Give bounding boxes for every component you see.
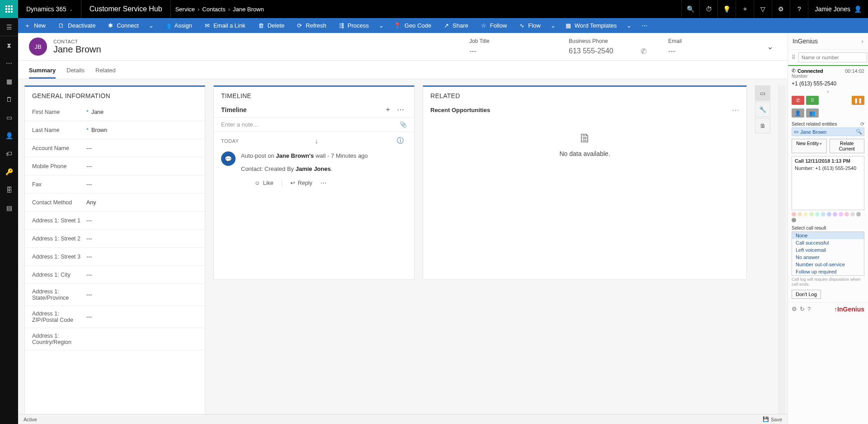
hold-button[interactable]: ❚❚	[852, 96, 864, 105]
history-icon[interactable]: ↻	[800, 306, 805, 312]
task-icon[interactable]: ⏱	[699, 0, 717, 18]
call-result-option[interactable]: None	[792, 232, 864, 239]
business-phone-value[interactable]: 613 555-2540	[569, 47, 613, 55]
field-value[interactable]: Any	[86, 199, 96, 206]
new-button[interactable]: ＋New	[18, 18, 52, 33]
new-entity-button[interactable]: New Entity▾	[792, 139, 827, 153]
hangup-button[interactable]: ✆	[792, 96, 804, 105]
chevron-down-icon[interactable]: ▾	[788, 90, 868, 94]
field-row[interactable]: Address 1: Street 1---	[25, 212, 205, 230]
email-value[interactable]: ---	[668, 47, 759, 55]
assistant-tab-icon[interactable]: ▭	[755, 85, 770, 101]
sort-down-icon[interactable]: ↓	[312, 137, 321, 145]
app-launcher-icon[interactable]	[0, 0, 18, 18]
brand-dropdown[interactable]: Dynamics 365 ⌄	[18, 0, 81, 18]
nav-activities-icon[interactable]: 🗒	[0, 90, 18, 108]
lightbulb-icon[interactable]: 💡	[717, 0, 736, 18]
attachment-icon[interactable]: 📎	[400, 121, 407, 128]
nav-knowledge-icon[interactable]: ▤	[0, 199, 18, 217]
gear-icon[interactable]: ⚙	[772, 0, 790, 18]
tab-details[interactable]: Details	[66, 64, 85, 79]
word-templates-button[interactable]: ▦Word Templates	[559, 18, 623, 33]
phone-icon[interactable]: ✆	[641, 47, 646, 56]
field-row[interactable]: Mobile Phone---	[25, 157, 205, 175]
nav-contacts-icon[interactable]: 👤	[0, 127, 18, 145]
info-icon[interactable]: ⓘ	[394, 137, 407, 145]
field-row[interactable]: Address 1: State/Province---	[25, 284, 205, 306]
breadcrumb-item[interactable]: Jane Brown	[233, 6, 264, 13]
related-entity-item[interactable]: ▭ Jane Brown 🔍	[792, 127, 864, 136]
tab-summary[interactable]: Summary	[29, 64, 56, 79]
flow-dropdown[interactable]: ⌄	[547, 22, 559, 29]
save-button[interactable]: 💾 Save	[763, 416, 782, 422]
field-row[interactable]: Fax---	[25, 175, 205, 193]
nav-dashboard-icon[interactable]: ▦	[0, 72, 18, 90]
tool-doc-icon[interactable]: 🗎	[755, 118, 770, 133]
flow-button[interactable]: ∿Flow	[513, 18, 547, 33]
panel-expand-icon[interactable]: ›	[861, 38, 863, 45]
field-row[interactable]: Contact MethodAny	[25, 193, 205, 212]
delete-button[interactable]: 🗑Delete	[252, 18, 291, 33]
field-row[interactable]: Last Name*Brown	[25, 121, 205, 139]
color-swatch[interactable]	[792, 218, 796, 222]
connect-button[interactable]: ✱Connect	[102, 18, 145, 33]
field-value[interactable]: ---	[86, 236, 92, 242]
field-row[interactable]: Account Name---	[25, 139, 205, 157]
geocode-button[interactable]: 📍Geo Code	[387, 18, 438, 33]
field-value[interactable]: Brown	[91, 127, 107, 133]
color-swatch[interactable]	[815, 212, 820, 217]
timeline-more-icon[interactable]: ⋯	[394, 105, 407, 114]
expand-header-icon[interactable]: ⌄	[763, 42, 777, 52]
refresh-button[interactable]: ⟳Refresh	[291, 18, 333, 33]
email-link-button[interactable]: ✉Email a Link	[198, 18, 252, 33]
process-button[interactable]: ⇶Process	[333, 18, 375, 33]
scrollbar[interactable]	[778, 85, 786, 424]
color-swatch[interactable]	[792, 212, 796, 217]
user-menu[interactable]: Jamie Jones 👤	[808, 0, 868, 18]
share-button[interactable]: ↗Share	[438, 18, 475, 33]
help-icon[interactable]: ?	[807, 306, 811, 312]
field-row[interactable]: Address 1: Country/Region	[25, 328, 205, 350]
color-swatch[interactable]	[856, 212, 861, 217]
keypad-button[interactable]: ⠿	[806, 96, 819, 105]
conference-button[interactable]: 👥	[806, 108, 819, 118]
assign-button[interactable]: 👥Assign	[157, 18, 198, 33]
field-row[interactable]: Address 1: Street 3---	[25, 248, 205, 266]
call-result-option[interactable]: Call successful	[792, 239, 864, 246]
nav-social-icon[interactable]: 🏷	[0, 145, 18, 163]
plus-icon[interactable]: ＋	[736, 0, 754, 18]
nav-cases-icon[interactable]: 🔑	[0, 163, 18, 181]
more-commands[interactable]: ⋯	[637, 22, 652, 29]
like-button[interactable]: ☺Like	[255, 179, 274, 188]
nav-more-icon[interactable]: ⋯	[0, 54, 18, 72]
search-small-icon[interactable]: 🔍	[856, 129, 862, 135]
field-value[interactable]: ---	[86, 292, 92, 298]
nav-accounts-icon[interactable]: ▭	[0, 108, 18, 127]
nav-queues-icon[interactable]: 🗄	[0, 181, 18, 199]
breadcrumb-item[interactable]: Service	[175, 6, 195, 13]
note-input-row[interactable]: Enter a note... 📎	[214, 117, 414, 132]
color-swatch[interactable]	[809, 212, 814, 217]
color-swatch[interactable]	[821, 212, 826, 217]
tool-wrench-icon[interactable]: 🔧	[755, 102, 770, 117]
call-result-option[interactable]: Number out-of-service	[792, 261, 864, 268]
field-value[interactable]: ---	[86, 217, 92, 224]
reply-button[interactable]: ↩Reply	[290, 179, 312, 188]
dont-log-button[interactable]: Don't Log	[792, 290, 821, 299]
add-note-icon[interactable]: ＋	[382, 105, 394, 114]
hamburger-icon[interactable]: ☰	[0, 18, 18, 36]
follow-button[interactable]: ☆Follow	[475, 18, 514, 33]
field-row[interactable]: Address 1: City---	[25, 266, 205, 284]
job-title-value[interactable]: ---	[469, 47, 560, 55]
deactivate-button[interactable]: 🗋Deactivate	[52, 18, 102, 33]
field-value[interactable]: Jane	[91, 109, 104, 115]
field-value[interactable]: ---	[86, 145, 92, 151]
help-icon[interactable]: ?	[790, 0, 808, 18]
tab-related[interactable]: Related	[95, 64, 116, 79]
related-more-icon[interactable]: ⋯	[732, 106, 739, 114]
field-value[interactable]: ---	[86, 314, 92, 320]
post-more-icon[interactable]: ⋯	[321, 179, 326, 188]
color-swatch[interactable]	[803, 212, 808, 217]
filter-icon[interactable]: ▽	[754, 0, 772, 18]
call-log-textarea[interactable]: Call 12/11/2018 1:13 PM Number: +1 (613)…	[792, 156, 864, 210]
